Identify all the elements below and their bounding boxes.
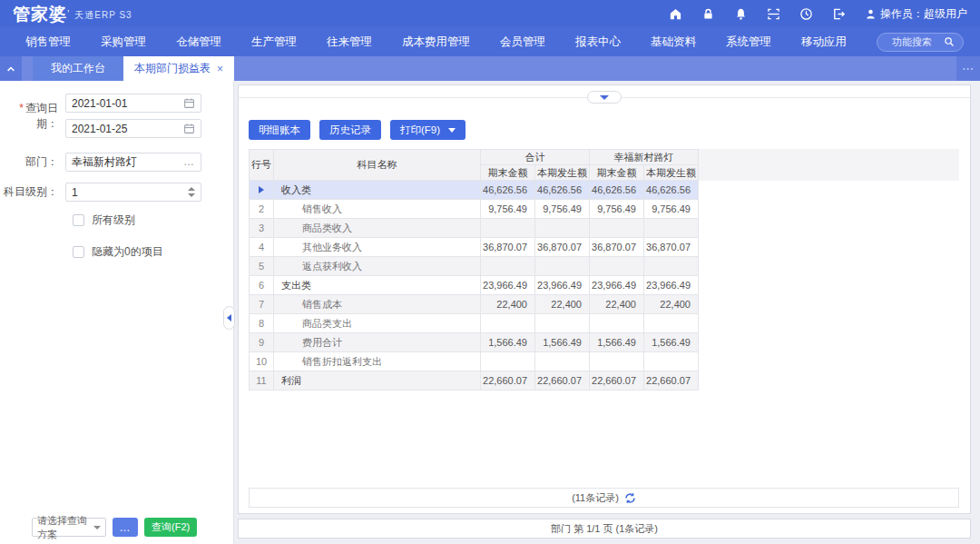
- amount-cell: 22,660.07: [481, 371, 535, 391]
- tab-workbench[interactable]: 我的工作台: [33, 56, 123, 81]
- date-from-field[interactable]: [65, 94, 201, 113]
- filter-collapse-button[interactable]: [587, 91, 622, 104]
- dept-field[interactable]: 幸福新村路灯 …: [65, 153, 201, 172]
- refresh-icon[interactable]: [624, 492, 636, 504]
- history-button[interactable]: 历史记录: [319, 120, 381, 140]
- col-header-row-no[interactable]: 行号: [250, 150, 274, 181]
- all-levels-checkbox-row[interactable]: 所有级别: [73, 213, 233, 228]
- logout-icon[interactable]: [832, 7, 846, 21]
- scheme-more-button[interactable]: …: [113, 518, 138, 537]
- row-number-cell: 11: [250, 371, 274, 391]
- col-header-ending-1[interactable]: 期末金额: [481, 165, 535, 181]
- amount-cell: [590, 352, 644, 371]
- level-stepper[interactable]: [65, 183, 201, 202]
- menu-item-cost[interactable]: 成本费用管理: [402, 35, 470, 50]
- scan-icon[interactable]: [767, 7, 780, 21]
- table-row[interactable]: 10销售折扣返利支出: [250, 352, 699, 371]
- stepper-arrows[interactable]: [188, 187, 195, 197]
- amount-cell: 1,566.49: [535, 333, 590, 352]
- table-row[interactable]: 9费用合计1,566.491,566.491,566.491,566.49: [250, 333, 699, 352]
- hide-zero-checkbox[interactable]: [73, 246, 84, 258]
- report-area: 明细账本 历史记录 打印(F9) 行号 科目名称 合计 幸: [234, 81, 980, 544]
- amount-cell: [535, 352, 590, 371]
- amount-cell: 23,966.49: [644, 276, 699, 295]
- menu-item-basedata[interactable]: 基础资料: [651, 35, 696, 50]
- home-icon[interactable]: [669, 7, 682, 21]
- hide-zero-checkbox-row[interactable]: 隐藏为0的项目: [73, 244, 233, 260]
- menu-item-purchase[interactable]: 采购管理: [101, 35, 146, 50]
- menu-item-production[interactable]: 生产管理: [251, 35, 297, 50]
- lock-icon[interactable]: [701, 7, 715, 21]
- collapse-tabs-button[interactable]: [0, 56, 22, 81]
- menu-item-contacts[interactable]: 往来管理: [327, 35, 372, 50]
- query-scheme-select[interactable]: 请选择查询方案: [32, 518, 106, 537]
- menu-item-reports[interactable]: 报表中心: [575, 35, 621, 50]
- subject-name-cell: 商品类支出: [274, 314, 481, 333]
- amount-cell: 46,626.56: [535, 181, 590, 200]
- close-tab-icon[interactable]: ×: [217, 64, 223, 74]
- amount-cell: [535, 314, 590, 333]
- date-to-field[interactable]: [65, 119, 201, 138]
- query-actions: 请选择查询方案 … 查询(F2): [32, 518, 197, 537]
- table-row[interactable]: 4其他业务收入36,870.0736,870.0736,870.0736,870…: [250, 238, 699, 257]
- amount-cell: 1,566.49: [644, 333, 699, 352]
- date-label: *查询日期：: [0, 101, 65, 132]
- query-scheme-value: 请选择查询方案: [37, 514, 93, 541]
- date-to-input[interactable]: [72, 123, 183, 135]
- print-button-label: 打印(F9): [400, 124, 440, 137]
- col-group-dept[interactable]: 幸福新村路灯: [590, 150, 699, 165]
- col-header-period-1[interactable]: 本期发生额: [535, 165, 590, 181]
- col-header-ending-2[interactable]: 期末金额: [590, 165, 644, 181]
- row-number-cell: 6: [250, 276, 274, 295]
- more-tabs-button[interactable]: ⋯: [956, 56, 980, 81]
- table-row[interactable]: 11利润22,660.0722,660.0722,660.0722,660.07: [250, 371, 699, 391]
- detail-ledger-button[interactable]: 明细账本: [249, 120, 310, 140]
- stepper-up-icon[interactable]: [188, 187, 195, 191]
- table-row[interactable]: 5返点获利收入: [250, 257, 699, 276]
- tab-active-label: 本期部门损益表: [134, 61, 211, 76]
- row-number-cell: 8: [250, 314, 274, 333]
- query-button[interactable]: 查询(F2): [144, 518, 197, 537]
- topbar-actions: 操作员：超级用户: [669, 6, 967, 22]
- tab-dept-profit-report[interactable]: 本期部门损益表 ×: [123, 56, 234, 81]
- clock-icon[interactable]: [799, 7, 813, 21]
- subject-name-cell: 利润: [274, 371, 481, 391]
- subject-name-cell: 收入类: [274, 181, 481, 200]
- menu-item-system[interactable]: 系统管理: [726, 35, 771, 50]
- amount-cell: 36,870.07: [535, 238, 590, 257]
- table-row[interactable]: 收入类46,626.5646,626.5646,626.5646,626.56: [250, 181, 699, 200]
- amount-cell: 23,966.49: [590, 276, 644, 295]
- col-header-period-2[interactable]: 本期发生额: [644, 165, 699, 181]
- date-from-input[interactable]: [72, 97, 183, 110]
- calendar-icon[interactable]: [183, 123, 195, 134]
- menu-item-warehouse[interactable]: 仓储管理: [176, 35, 221, 50]
- chevron-up-icon: [5, 64, 16, 74]
- bell-icon[interactable]: [734, 7, 748, 21]
- calendar-icon[interactable]: [183, 97, 195, 109]
- menu-item-members[interactable]: 会员管理: [500, 35, 545, 50]
- all-levels-checkbox[interactable]: [73, 214, 84, 226]
- col-header-subject[interactable]: 科目名称: [274, 150, 481, 181]
- amount-cell: [481, 314, 535, 333]
- function-search-input[interactable]: 功能搜索: [877, 33, 964, 52]
- print-button[interactable]: 打印(F9): [390, 120, 466, 140]
- table-row[interactable]: 3商品类收入: [250, 219, 699, 238]
- menu-item-sales[interactable]: 销售管理: [25, 35, 71, 50]
- stepper-down-icon[interactable]: [188, 193, 195, 197]
- level-input[interactable]: [72, 186, 188, 199]
- col-group-total[interactable]: 合计: [481, 150, 590, 165]
- table-row[interactable]: 8商品类支出: [250, 314, 699, 333]
- table-row[interactable]: 6支出类23,966.4923,966.4923,966.4923,966.49: [250, 276, 699, 295]
- operator-info[interactable]: 操作员：超级用户: [865, 6, 967, 22]
- tab-workbench-label: 我的工作台: [51, 61, 105, 76]
- amount-cell: 9,756.49: [481, 200, 535, 219]
- row-number-cell: 3: [250, 219, 274, 238]
- panel-collapse-handle[interactable]: [223, 306, 235, 330]
- table-row[interactable]: 2销售收入9,756.499,756.499,756.499,756.49: [250, 200, 699, 219]
- dept-more-button[interactable]: …: [183, 160, 195, 164]
- amount-cell: 36,870.07: [481, 238, 535, 257]
- menu-item-mobile[interactable]: 移动应用: [801, 35, 847, 50]
- pagination-bar[interactable]: 部门 第 1/1 页 (1条记录): [238, 519, 971, 539]
- query-filter-panel: *查询日期： 部门： 幸福新村路灯: [0, 81, 234, 544]
- table-row[interactable]: 7销售成本22,40022,40022,40022,400: [250, 295, 699, 314]
